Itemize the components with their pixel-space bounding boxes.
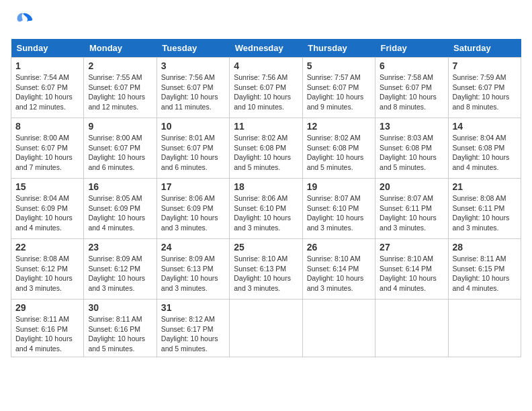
sunset-text: Sunset: 6:07 PM <box>15 83 68 91</box>
day-cell: 28Sunrise: 8:11 AMSunset: 6:15 PMDayligh… <box>448 239 521 300</box>
day-cell: 9Sunrise: 8:00 AMSunset: 6:07 PMDaylight… <box>84 118 157 179</box>
sunrise-text: Sunrise: 8:10 AM <box>307 255 361 263</box>
day-cell: 7Sunrise: 7:59 AMSunset: 6:07 PMDaylight… <box>448 58 521 118</box>
day-cell: 18Sunrise: 8:06 AMSunset: 6:10 PMDayligh… <box>230 179 302 239</box>
sunrise-text: Sunrise: 8:03 AM <box>380 134 433 142</box>
sunset-text: Sunset: 6:10 PM <box>307 204 359 212</box>
day-number: 7 <box>453 60 517 71</box>
sunset-text: Sunset: 6:14 PM <box>307 265 359 273</box>
empty-day-cell <box>302 300 375 357</box>
calendar-day-header: Wednesday <box>230 39 302 58</box>
sunset-text: Sunset: 6:07 PM <box>161 83 214 91</box>
day-info: Sunrise: 8:00 AMSunset: 6:07 PMDaylight:… <box>15 133 79 173</box>
day-cell: 12Sunrise: 8:02 AMSunset: 6:08 PMDayligh… <box>302 118 375 179</box>
day-cell: 27Sunrise: 8:10 AMSunset: 6:14 PMDayligh… <box>375 239 448 300</box>
daylight-text: Daylight: 10 hours and 3 minutes. <box>88 274 145 292</box>
calendar: SundayMondayTuesdayWednesdayThursdayFrid… <box>11 39 521 357</box>
sunset-text: Sunset: 6:07 PM <box>15 144 68 152</box>
day-info: Sunrise: 8:11 AMSunset: 6:15 PMDaylight:… <box>453 254 517 293</box>
calendar-day-header: Sunday <box>11 39 84 58</box>
day-number: 27 <box>380 242 443 253</box>
day-info: Sunrise: 8:08 AMSunset: 6:11 PMDaylight:… <box>453 193 517 233</box>
day-cell: 24Sunrise: 8:09 AMSunset: 6:13 PMDayligh… <box>157 239 229 300</box>
sunrise-text: Sunrise: 7:59 AM <box>453 73 506 81</box>
day-info: Sunrise: 8:03 AMSunset: 6:08 PMDaylight:… <box>380 133 443 173</box>
sunrise-text: Sunrise: 8:09 AM <box>88 255 142 263</box>
day-number: 4 <box>234 60 298 71</box>
sunrise-text: Sunrise: 7:54 AM <box>15 73 69 81</box>
daylight-text: Daylight: 10 hours and 6 minutes. <box>161 153 218 171</box>
day-info: Sunrise: 8:00 AMSunset: 6:07 PMDaylight:… <box>88 133 152 173</box>
day-number: 22 <box>15 242 79 253</box>
daylight-text: Daylight: 10 hours and 3 minutes. <box>234 214 291 232</box>
calendar-day-header: Friday <box>375 39 448 58</box>
day-cell: 16Sunrise: 8:05 AMSunset: 6:09 PMDayligh… <box>84 179 157 239</box>
day-cell: 14Sunrise: 8:04 AMSunset: 6:08 PMDayligh… <box>448 118 521 179</box>
sunrise-text: Sunrise: 7:58 AM <box>380 73 433 81</box>
day-cell: 31Sunrise: 8:12 AMSunset: 6:17 PMDayligh… <box>157 300 229 357</box>
sunset-text: Sunset: 6:08 PM <box>453 144 505 152</box>
day-number: 23 <box>88 242 152 253</box>
day-info: Sunrise: 8:12 AMSunset: 6:17 PMDaylight:… <box>161 314 225 354</box>
sunset-text: Sunset: 6:08 PM <box>380 144 432 152</box>
day-cell: 25Sunrise: 8:10 AMSunset: 6:13 PMDayligh… <box>230 239 302 300</box>
calendar-day-header: Saturday <box>448 39 521 58</box>
sunset-text: Sunset: 6:13 PM <box>161 265 214 273</box>
day-cell: 2Sunrise: 7:55 AMSunset: 6:07 PMDaylight… <box>84 58 157 118</box>
sunset-text: Sunset: 6:08 PM <box>234 144 286 152</box>
daylight-text: Daylight: 10 hours and 5 minutes. <box>161 334 218 353</box>
day-number: 2 <box>88 60 152 71</box>
day-number: 29 <box>15 302 79 313</box>
day-cell: 17Sunrise: 8:06 AMSunset: 6:09 PMDayligh… <box>157 179 229 239</box>
day-cell: 1Sunrise: 7:54 AMSunset: 6:07 PMDaylight… <box>11 58 84 118</box>
daylight-text: Daylight: 10 hours and 9 minutes. <box>307 93 364 111</box>
logo <box>11 11 38 31</box>
daylight-text: Daylight: 10 hours and 10 minutes. <box>234 93 291 111</box>
day-number: 5 <box>307 60 371 71</box>
day-cell: 30Sunrise: 8:11 AMSunset: 6:16 PMDayligh… <box>84 300 157 357</box>
day-info: Sunrise: 8:10 AMSunset: 6:14 PMDaylight:… <box>380 254 443 293</box>
day-cell: 6Sunrise: 7:58 AMSunset: 6:07 PMDaylight… <box>375 58 448 118</box>
day-cell: 15Sunrise: 8:04 AMSunset: 6:09 PMDayligh… <box>11 179 84 239</box>
daylight-text: Daylight: 10 hours and 12 minutes. <box>88 93 145 111</box>
sunrise-text: Sunrise: 8:06 AM <box>234 194 287 202</box>
sunset-text: Sunset: 6:09 PM <box>15 204 68 212</box>
day-info: Sunrise: 7:55 AMSunset: 6:07 PMDaylight:… <box>88 73 152 112</box>
daylight-text: Daylight: 10 hours and 6 minutes. <box>88 153 145 171</box>
day-number: 17 <box>161 181 225 192</box>
sunset-text: Sunset: 6:14 PM <box>380 265 432 273</box>
day-number: 6 <box>380 60 443 71</box>
day-cell: 19Sunrise: 8:07 AMSunset: 6:10 PMDayligh… <box>302 179 375 239</box>
sunrise-text: Sunrise: 8:09 AM <box>161 255 215 263</box>
sunrise-text: Sunrise: 7:57 AM <box>307 73 361 81</box>
sunset-text: Sunset: 6:13 PM <box>234 265 286 273</box>
calendar-body: 1Sunrise: 7:54 AMSunset: 6:07 PMDaylight… <box>11 58 521 357</box>
day-number: 16 <box>88 181 152 192</box>
calendar-week-row: 15Sunrise: 8:04 AMSunset: 6:09 PMDayligh… <box>11 179 521 239</box>
sunset-text: Sunset: 6:07 PM <box>380 83 432 91</box>
sunset-text: Sunset: 6:12 PM <box>15 265 68 273</box>
sunset-text: Sunset: 6:15 PM <box>453 265 505 273</box>
day-cell: 5Sunrise: 7:57 AMSunset: 6:07 PMDaylight… <box>302 58 375 118</box>
daylight-text: Daylight: 10 hours and 3 minutes. <box>307 274 364 292</box>
sunrise-text: Sunrise: 8:07 AM <box>307 194 361 202</box>
day-cell: 11Sunrise: 8:02 AMSunset: 6:08 PMDayligh… <box>230 118 302 179</box>
day-info: Sunrise: 8:02 AMSunset: 6:08 PMDaylight:… <box>307 133 371 173</box>
sunset-text: Sunset: 6:07 PM <box>453 83 505 91</box>
day-cell: 13Sunrise: 8:03 AMSunset: 6:08 PMDayligh… <box>375 118 448 179</box>
daylight-text: Daylight: 10 hours and 7 minutes. <box>15 153 73 171</box>
sunrise-text: Sunrise: 8:04 AM <box>15 194 69 202</box>
daylight-text: Daylight: 10 hours and 4 minutes. <box>15 334 73 353</box>
daylight-text: Daylight: 10 hours and 5 minutes. <box>88 334 145 353</box>
daylight-text: Daylight: 10 hours and 4 minutes. <box>15 214 73 232</box>
day-cell: 8Sunrise: 8:00 AMSunset: 6:07 PMDaylight… <box>11 118 84 179</box>
day-info: Sunrise: 8:08 AMSunset: 6:12 PMDaylight:… <box>15 254 79 293</box>
sunrise-text: Sunrise: 8:01 AM <box>161 134 215 142</box>
day-info: Sunrise: 8:02 AMSunset: 6:08 PMDaylight:… <box>234 133 298 173</box>
day-cell: 4Sunrise: 7:56 AMSunset: 6:07 PMDaylight… <box>230 58 302 118</box>
sunset-text: Sunset: 6:07 PM <box>88 144 140 152</box>
day-cell: 20Sunrise: 8:07 AMSunset: 6:11 PMDayligh… <box>375 179 448 239</box>
day-number: 1 <box>15 60 79 71</box>
day-info: Sunrise: 7:56 AMSunset: 6:07 PMDaylight:… <box>161 73 225 112</box>
sunrise-text: Sunrise: 8:05 AM <box>88 194 142 202</box>
